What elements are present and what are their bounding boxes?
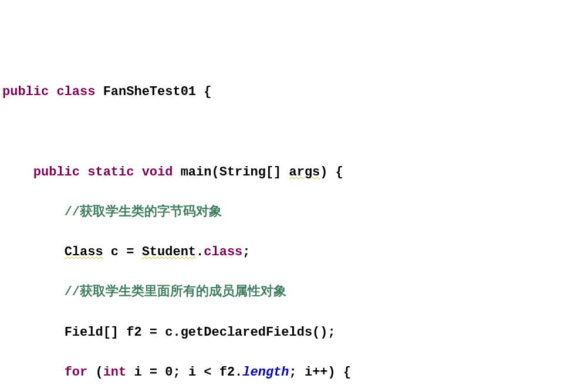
type-string: String (219, 165, 266, 180)
code-line-7: Field[] f2 = c.getDeclaredFields(); (2, 323, 578, 343)
space (80, 165, 87, 180)
equals: = (119, 245, 142, 259)
semicolon-sp: ; (173, 365, 188, 380)
code-line-1: public class FanSheTest01 { (2, 82, 578, 102)
space (103, 245, 111, 259)
dot: . (173, 325, 180, 340)
var-f2: f2 (219, 365, 235, 380)
keyword-class-literal: class (204, 245, 242, 259)
comment-1: //获取学生类的字节码对象 (65, 205, 222, 219)
param-args: args (289, 165, 320, 180)
var-i: i (134, 365, 141, 380)
comment-2: //获取学生类里面所有的成员属性对象 (65, 285, 286, 299)
method-getdeclaredfields: getDeclaredFields (181, 325, 312, 340)
brace-open: { (328, 165, 343, 180)
code-line-5: Class c = Student.class; (2, 242, 578, 262)
keyword-class: class (56, 85, 95, 99)
keyword-void: void (142, 165, 173, 180)
lt: < (196, 365, 219, 380)
space (134, 165, 141, 180)
num-zero: 0 (165, 365, 173, 380)
code-line-3: public static void main(String[] args) { (2, 163, 578, 183)
paren-close: ) (320, 325, 327, 340)
paren-open: ( (211, 165, 219, 180)
code-line-8: for (int i = 0; i < f2.length; i++) { (2, 363, 578, 383)
dot: . (196, 245, 204, 259)
semicolon: ; (242, 245, 250, 259)
plusplus: ++ (312, 365, 327, 380)
field-length: length (242, 365, 289, 380)
keyword-for: for (65, 365, 88, 380)
dot: . (235, 365, 242, 380)
keyword-public: public (2, 85, 49, 99)
keyword-int: int (103, 365, 127, 380)
brace-open: { (336, 365, 351, 380)
space (281, 165, 289, 180)
equals: = (142, 325, 165, 340)
keyword-static: static (87, 165, 134, 180)
brace-open: { (196, 85, 211, 99)
paren-open: ( (95, 365, 103, 380)
type-student: Student (142, 245, 196, 259)
space (126, 365, 134, 380)
space (49, 85, 56, 99)
var-i: i (305, 365, 312, 380)
var-f2: f2 (126, 325, 141, 340)
paren-close: ) (328, 365, 336, 380)
var-c: c (111, 245, 119, 259)
paren-open: ( (312, 325, 320, 340)
code-line-4: //获取学生类的字节码对象 (2, 202, 578, 222)
semicolon-sp: ; (289, 365, 305, 380)
semicolon: ; (328, 325, 336, 340)
keyword-public: public (33, 165, 80, 180)
equals: = (142, 365, 165, 380)
paren-close: ) (320, 165, 327, 180)
brackets: [] (266, 165, 281, 180)
code-line-6: //获取学生类里面所有的成员属性对象 (2, 282, 578, 302)
type-class: Class (65, 245, 103, 259)
space (173, 165, 180, 180)
method-main: main (181, 165, 212, 180)
var-c: c (165, 325, 173, 340)
type-field: Field (65, 325, 103, 340)
space (119, 325, 126, 340)
space (87, 365, 95, 380)
brackets: [] (103, 325, 119, 340)
class-name: FanSheTest01 (103, 85, 196, 99)
space (95, 85, 103, 99)
code-line-blank (2, 123, 578, 143)
var-i: i (188, 365, 196, 380)
